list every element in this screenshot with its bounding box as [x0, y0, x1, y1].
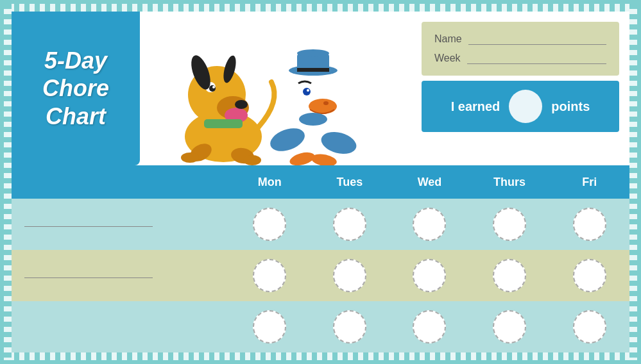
- points-circle: [509, 90, 542, 123]
- points-box: I earned points: [422, 81, 619, 132]
- week-underline: [467, 53, 606, 64]
- chore-rows: [12, 199, 629, 352]
- check-circle[interactable]: [413, 310, 446, 343]
- chore-name-1: [12, 215, 230, 233]
- title-box: 5-Day Chore Chart: [12, 12, 140, 165]
- days-row: Mon Tues Wed Thurs Fri: [230, 176, 629, 189]
- chore-name-3: [12, 324, 230, 330]
- check-circle[interactable]: [493, 310, 526, 343]
- wavy-border-left: [4, 4, 12, 360]
- day-wed: Wed: [389, 176, 470, 189]
- svg-point-21: [297, 49, 329, 57]
- name-label: Name: [434, 33, 462, 45]
- svg-point-27: [323, 101, 329, 105]
- check-circle[interactable]: [413, 259, 446, 292]
- check-circle[interactable]: [333, 310, 366, 343]
- circle-3-mon: [230, 310, 310, 343]
- name-underline: [468, 33, 606, 45]
- circle-2-thurs: [470, 259, 550, 292]
- svg-point-25: [303, 88, 311, 95]
- check-circle[interactable]: [413, 208, 446, 241]
- day-fri: Fri: [549, 176, 629, 189]
- wavy-border-right: [629, 4, 637, 360]
- donald-character: [259, 44, 368, 165]
- circle-3-thurs: [470, 310, 550, 343]
- check-circle[interactable]: [573, 208, 606, 241]
- circle-1-tues: [310, 208, 390, 241]
- svg-rect-22: [297, 68, 329, 72]
- check-circle[interactable]: [573, 259, 606, 292]
- week-label: Week: [434, 53, 461, 64]
- wavy-border-top: [4, 4, 637, 12]
- circle-1-thurs: [470, 208, 550, 241]
- points-label-left: I earned: [451, 99, 500, 114]
- svg-rect-10: [204, 119, 243, 128]
- circle-1-wed: [389, 208, 470, 241]
- day-thurs: Thurs: [470, 176, 550, 189]
- check-circle[interactable]: [253, 259, 286, 292]
- day-header-bar: Mon Tues Wed Thurs Fri: [12, 165, 629, 199]
- svg-point-28: [299, 113, 327, 126]
- header: 5-Day Chore Chart: [12, 12, 629, 165]
- circle-1-mon: [230, 208, 310, 241]
- chart-title: 5-Day Chore Chart: [42, 47, 109, 130]
- svg-point-5: [209, 85, 216, 92]
- info-panel: Name Week I earned points: [411, 12, 629, 165]
- page-wrapper: 5-Day Chore Chart: [0, 0, 641, 364]
- day-tues: Tues: [310, 176, 390, 189]
- circle-2-fri: [549, 259, 629, 292]
- svg-point-9: [235, 100, 248, 109]
- check-circle[interactable]: [493, 259, 526, 292]
- check-circle[interactable]: [253, 310, 286, 343]
- svg-point-13: [181, 153, 199, 163]
- chore-line-2: [24, 267, 153, 278]
- check-circle[interactable]: [493, 208, 526, 241]
- chore-row-2: [12, 250, 629, 301]
- circle-3-wed: [389, 310, 470, 343]
- points-label-right: points: [551, 99, 590, 114]
- circle-1-fri: [549, 208, 629, 241]
- check-circle[interactable]: [333, 259, 366, 292]
- wavy-border-bottom: [4, 352, 637, 360]
- check-circle[interactable]: [253, 208, 286, 241]
- circle-3-tues: [310, 310, 390, 343]
- characters-area: [140, 12, 411, 165]
- chore-row-1: [12, 199, 629, 250]
- circle-2-wed: [389, 259, 470, 292]
- day-mon: Mon: [230, 176, 310, 189]
- name-field-line: Name: [434, 33, 606, 45]
- svg-point-6: [212, 86, 215, 88]
- week-field-line: Week: [434, 53, 606, 64]
- chore-circles-3: [230, 310, 629, 343]
- chore-name-2: [12, 267, 230, 285]
- circle-3-fri: [549, 310, 629, 343]
- chore-row-3: [12, 301, 629, 352]
- circle-2-tues: [310, 259, 390, 292]
- chore-circles-2: [230, 259, 629, 292]
- circle-2-mon: [230, 259, 310, 292]
- svg-point-26: [307, 89, 309, 92]
- name-week-box: Name Week: [422, 22, 619, 76]
- chore-circles-1: [230, 208, 629, 241]
- check-circle[interactable]: [333, 208, 366, 241]
- content-area: 5-Day Chore Chart: [12, 12, 629, 352]
- check-circle[interactable]: [573, 310, 606, 343]
- chore-line-1: [24, 215, 153, 227]
